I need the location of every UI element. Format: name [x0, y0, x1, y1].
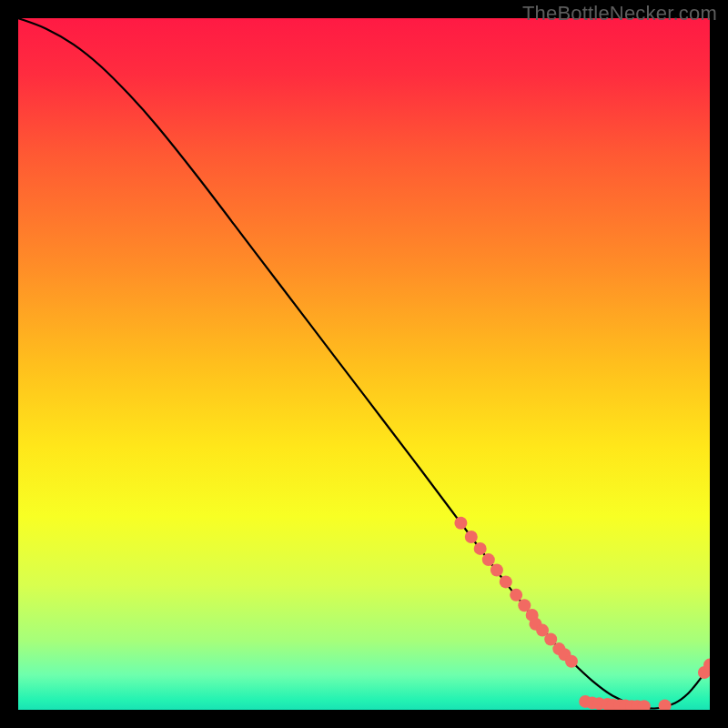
marker-dot	[500, 575, 512, 588]
marker-dot	[510, 589, 522, 602]
chart-svg	[18, 18, 710, 710]
marker-dot	[474, 542, 487, 555]
marker-dot	[465, 531, 478, 543]
marker-dot	[565, 655, 578, 668]
marker-dot	[490, 563, 503, 576]
gradient-background	[18, 18, 710, 710]
marker-dot	[482, 553, 495, 566]
marker-dot	[454, 517, 467, 530]
marker-dot	[544, 632, 557, 645]
chart-plot	[18, 18, 710, 710]
stage: TheBottleNecker.com	[0, 0, 728, 728]
watermark-text: TheBottleNecker.com	[522, 2, 717, 25]
